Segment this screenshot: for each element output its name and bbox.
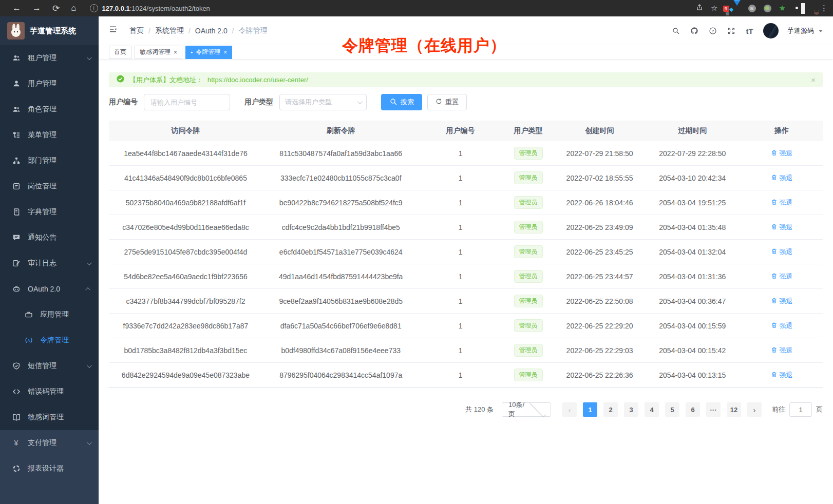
tab-close-icon[interactable]: × bbox=[174, 49, 177, 56]
force-logout-button[interactable]: 强退 bbox=[771, 297, 793, 306]
sidebar-menu-item[interactable]: 字典管理 bbox=[0, 199, 99, 225]
table-row: c342377bf8b344799dcbf7bf095287f2 9ce8ef2… bbox=[109, 289, 823, 314]
site-info-icon[interactable]: i bbox=[90, 4, 98, 12]
force-logout-button[interactable]: 强退 bbox=[771, 272, 793, 281]
sidebar-menu-item[interactable]: 租户管理 bbox=[0, 45, 99, 71]
prev-page-button[interactable]: ‹ bbox=[562, 402, 577, 417]
sidebar-menu-item[interactable]: 短信管理 bbox=[0, 353, 99, 379]
page-number-button[interactable]: 12 bbox=[727, 402, 741, 417]
bookmark-star-icon[interactable]: ☆ bbox=[711, 4, 717, 13]
extension-recorder-icon[interactable] bbox=[764, 5, 771, 12]
page-size-select[interactable]: 10条/页 bbox=[502, 402, 551, 417]
force-logout-button[interactable]: 强退 bbox=[771, 371, 793, 380]
force-logout-button[interactable]: 强退 bbox=[771, 149, 793, 158]
user-name[interactable]: 芋道源码 bbox=[787, 26, 814, 35]
page-number-button[interactable]: 1 bbox=[583, 402, 597, 417]
search-icon[interactable] bbox=[671, 26, 680, 36]
breadcrumb-system[interactable]: 系统管理 bbox=[155, 26, 184, 35]
reset-button[interactable]: 重置 bbox=[427, 94, 467, 110]
force-logout-button[interactable]: 强退 bbox=[771, 321, 793, 331]
table-row: c347026e805e4d99b0d116eae66eda8c cdfc4ce… bbox=[109, 215, 823, 240]
cell-created: 2022-06-25 23:49:09 bbox=[555, 223, 645, 231]
tab-close-icon[interactable]: × bbox=[223, 49, 227, 56]
url-host: 127.0.0.1 bbox=[102, 5, 130, 12]
doc-link[interactable]: https://doc.iocoder.cn/user-center/ bbox=[207, 76, 308, 84]
browser-menu-icon[interactable]: ⋮ bbox=[820, 4, 828, 13]
force-logout-button[interactable]: 强退 bbox=[771, 223, 793, 232]
cell-access-token: f9336e7c7dd242a283ee98dc86b17a87 bbox=[109, 322, 262, 330]
sidebar-menu-item[interactable]: ¥ 支付管理 bbox=[0, 430, 99, 456]
menu-item-label: 令牌管理 bbox=[40, 336, 87, 345]
goto-page-input[interactable] bbox=[789, 402, 812, 417]
menu-item-label: 报表设计器 bbox=[28, 464, 87, 473]
sidebar-menu-item[interactable]: OAuth 2.0 bbox=[0, 276, 99, 302]
search-button[interactable]: 搜索 bbox=[381, 94, 422, 110]
sidebar-menu-item[interactable]: 岗位管理 bbox=[0, 173, 99, 199]
sidebar-collapse-icon[interactable] bbox=[109, 25, 120, 36]
sidebar-menu-item[interactable]: 菜单管理 bbox=[0, 122, 99, 148]
page-number-button[interactable]: 5 bbox=[665, 402, 679, 417]
cell-created: 2022-06-25 23:45:25 bbox=[555, 248, 645, 256]
force-logout-button[interactable]: 强退 bbox=[771, 346, 793, 355]
app-title: 芋道管理系统 bbox=[30, 26, 76, 36]
page-tab[interactable]: 敏感词管理 × bbox=[135, 46, 182, 59]
user-menu-caret-icon[interactable] bbox=[819, 30, 823, 32]
sidebar-menu-item[interactable]: 部门管理 bbox=[0, 148, 99, 173]
sidebar-menu-item[interactable]: 报表设计器 bbox=[0, 456, 99, 481]
force-logout-button[interactable]: 强退 bbox=[771, 247, 793, 257]
sidebar-menu-item[interactable]: 角色管理 bbox=[0, 96, 99, 122]
extension-gem-icon[interactable] bbox=[733, 6, 741, 14]
help-icon[interactable]: ? bbox=[708, 26, 717, 36]
sidebar-menu-item[interactable]: A 令牌管理 bbox=[0, 327, 99, 353]
next-page-button[interactable]: › bbox=[747, 402, 762, 417]
cell-created: 2022-06-25 22:26:36 bbox=[555, 371, 645, 379]
menu-item-label: 错误码管理 bbox=[28, 387, 87, 396]
browser-back-icon[interactable]: ← bbox=[12, 3, 21, 13]
sidebar-menu-item[interactable]: 通知公告 bbox=[0, 225, 99, 250]
sidebar-menu-item[interactable]: 审计日志 bbox=[0, 250, 99, 276]
sidebar-menu-item[interactable]: 敏感词管理 bbox=[0, 404, 99, 430]
user-avatar[interactable] bbox=[763, 23, 779, 38]
menu-item-label: 用户管理 bbox=[28, 79, 87, 88]
page-number-button[interactable]: ··· bbox=[706, 402, 721, 417]
sidebar-menu-item[interactable]: 错误码管理 bbox=[0, 379, 99, 404]
menu-item-icon bbox=[12, 54, 21, 63]
sidebar-menu-item[interactable]: 应用管理 bbox=[0, 302, 99, 327]
menu-item-icon bbox=[12, 80, 21, 88]
breadcrumb-oauth[interactable]: OAuth 2.0 bbox=[195, 27, 228, 35]
alert-close-icon[interactable]: × bbox=[811, 75, 816, 84]
browser-forward-icon[interactable]: → bbox=[32, 3, 41, 13]
share-icon[interactable] bbox=[696, 4, 703, 13]
extension-star-icon[interactable]: ★ bbox=[779, 4, 786, 13]
tab-label: 敏感词管理 bbox=[140, 48, 171, 56]
cell-expires: 2054-03-10 20:42:34 bbox=[644, 174, 741, 182]
page-number-button[interactable]: 2 bbox=[603, 402, 618, 417]
page-number-button[interactable]: 6 bbox=[686, 402, 700, 417]
sidebar-menu-item[interactable]: 用户管理 bbox=[0, 71, 99, 96]
browser-reload-icon[interactable]: ⟳ bbox=[52, 3, 60, 14]
github-icon[interactable] bbox=[689, 26, 699, 36]
menu-item-label: 角色管理 bbox=[28, 105, 87, 114]
user-id-input[interactable] bbox=[144, 94, 230, 110]
font-size-icon[interactable]: tT bbox=[745, 26, 754, 36]
side-panel-icon[interactable] bbox=[801, 4, 805, 13]
address-bar[interactable]: i 127.0.0.1:1024/system/oauth2/token bbox=[90, 4, 696, 12]
cell-user-id: 1 bbox=[420, 223, 502, 231]
goto-label: 前往 bbox=[772, 405, 785, 414]
chevron-icon bbox=[87, 363, 92, 368]
breadcrumb: 首页 / 系统管理 / OAuth 2.0 / 令牌管理 bbox=[129, 26, 268, 35]
force-logout-button[interactable]: 强退 bbox=[771, 173, 793, 183]
fullscreen-icon[interactable] bbox=[726, 26, 736, 36]
force-logout-button[interactable]: 强退 bbox=[771, 198, 793, 207]
menu-item-label: 应用管理 bbox=[40, 310, 87, 319]
page-tab[interactable]: ● 令牌管理 × bbox=[185, 46, 232, 59]
browser-home-icon[interactable]: ⌂ bbox=[71, 3, 76, 13]
page-tab[interactable]: 首页 bbox=[109, 46, 131, 59]
user-type-select[interactable]: 请选择用户类型 bbox=[279, 94, 367, 110]
extension-command-icon[interactable]: ⌘ bbox=[748, 5, 756, 12]
breadcrumb-home[interactable]: 首页 bbox=[129, 26, 144, 35]
page-number-button[interactable]: 3 bbox=[624, 402, 638, 417]
cell-access-token: 502375b8040a469a9b82188afdf6af1f bbox=[109, 199, 262, 207]
pagination: 共 120 条 10条/页 ‹ 1 2 3 4 5 6 bbox=[109, 402, 823, 417]
page-number-button[interactable]: 4 bbox=[645, 402, 659, 417]
